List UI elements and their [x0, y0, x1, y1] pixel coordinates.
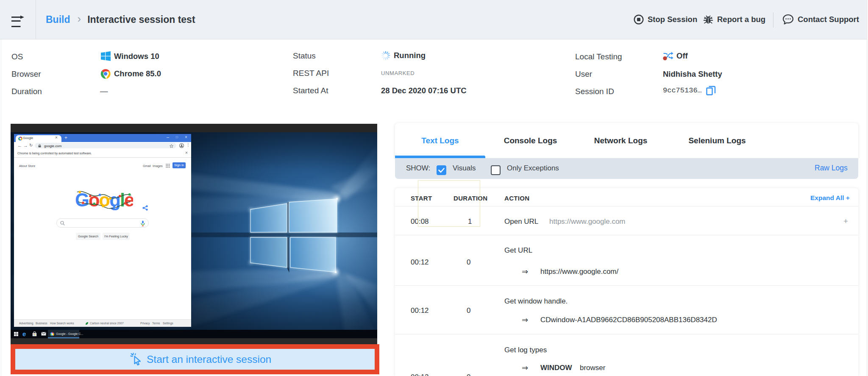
- svg-text:Google: Google: [75, 190, 133, 210]
